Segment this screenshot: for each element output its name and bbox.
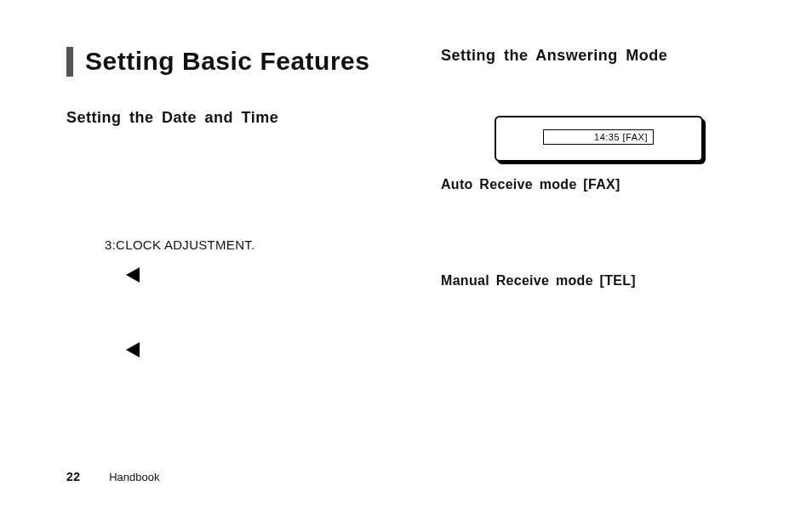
manual-receive-mode-label: Manual Receive mode [TEL] (441, 273, 756, 289)
page-body: Setting Basic Features Setting the Date … (0, 0, 812, 357)
page-footer: 22 Handbook (66, 470, 159, 483)
section-title-date-time: Setting the Date and Time (66, 109, 381, 127)
clock-adjustment-label: 3:CLOCK ADJUSTMENT. (105, 237, 381, 252)
right-column: Setting the Answering Mode 14:35 [FAX] A… (441, 47, 756, 357)
arrow-row-1 (126, 267, 381, 283)
left-column: Setting Basic Features Setting the Date … (66, 47, 381, 357)
chapter-title: Setting Basic Features (66, 47, 381, 77)
section-title-answering-mode: Setting the Answering Mode (441, 47, 756, 65)
fax-display: 14:35 [FAX] (495, 116, 703, 162)
footer-label: Handbook (109, 471, 159, 483)
display-outer-frame: 14:35 [FAX] (495, 116, 703, 162)
page-number: 22 (66, 470, 81, 483)
auto-receive-mode-label: Auto Receive mode [FAX] (441, 177, 756, 192)
arrow-left-icon (126, 342, 140, 357)
arrow-row-2 (126, 342, 381, 357)
display-screen-text: 14:35 [FAX] (543, 129, 654, 145)
arrow-left-icon (126, 267, 140, 283)
